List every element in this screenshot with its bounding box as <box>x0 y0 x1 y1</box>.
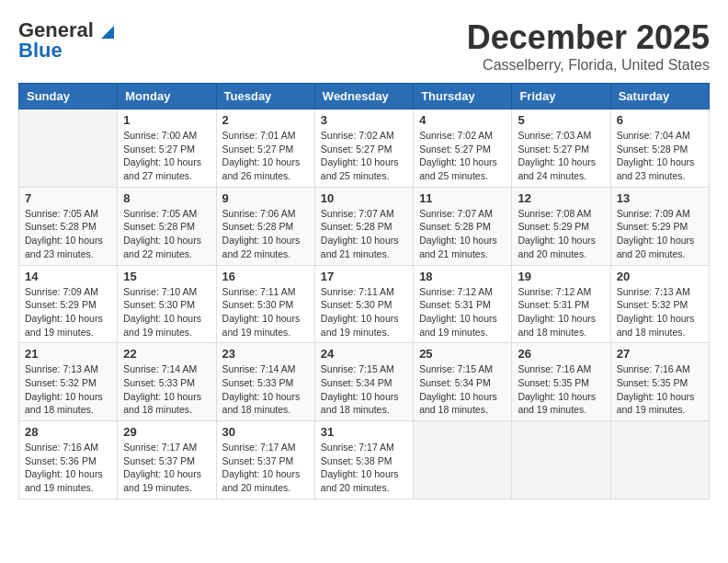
day-info: Sunrise: 7:16 AMSunset: 5:35 PMDaylight:… <box>518 362 604 417</box>
header-sunday: Sunday <box>19 84 118 109</box>
day-number: 23 <box>222 347 309 361</box>
calendar-cell: 17Sunrise: 7:11 AMSunset: 5:30 PMDayligh… <box>314 265 413 343</box>
calendar-cell <box>19 109 118 188</box>
calendar-cell: 19Sunrise: 7:12 AMSunset: 5:31 PMDayligh… <box>512 265 610 343</box>
day-info: Sunrise: 7:05 AMSunset: 5:28 PMDaylight:… <box>25 207 111 261</box>
day-info: Sunrise: 7:16 AMSunset: 5:35 PMDaylight:… <box>617 362 703 417</box>
day-number: 17 <box>321 270 407 283</box>
day-info: Sunrise: 7:04 AMSunset: 5:28 PMDaylight:… <box>617 129 703 183</box>
day-info: Sunrise: 7:07 AMSunset: 5:28 PMDaylight:… <box>321 207 407 261</box>
day-number: 9 <box>222 191 309 205</box>
calendar-cell: 10Sunrise: 7:07 AMSunset: 5:28 PMDayligh… <box>314 187 413 265</box>
calendar-cell: 3Sunrise: 7:02 AMSunset: 5:27 PMDaylight… <box>314 109 413 188</box>
day-info: Sunrise: 7:06 AMSunset: 5:28 PMDaylight:… <box>222 207 309 261</box>
calendar-cell: 1Sunrise: 7:00 AMSunset: 5:27 PMDaylight… <box>118 109 216 188</box>
day-info: Sunrise: 7:10 AMSunset: 5:30 PMDaylight:… <box>123 285 210 339</box>
calendar-cell: 9Sunrise: 7:06 AMSunset: 5:28 PMDaylight… <box>216 187 314 265</box>
svg-marker-0 <box>101 26 114 39</box>
day-info: Sunrise: 7:14 AMSunset: 5:33 PMDaylight:… <box>123 362 210 417</box>
day-info: Sunrise: 7:17 AMSunset: 5:38 PMDaylight:… <box>321 441 407 495</box>
logo-icon <box>97 20 118 40</box>
day-info: Sunrise: 7:09 AMSunset: 5:29 PMDaylight:… <box>617 207 703 261</box>
calendar-cell: 22Sunrise: 7:14 AMSunset: 5:33 PMDayligh… <box>118 343 216 421</box>
header-tuesday: Tuesday <box>216 84 314 109</box>
day-number: 3 <box>321 113 407 127</box>
day-info: Sunrise: 7:11 AMSunset: 5:30 PMDaylight:… <box>321 285 407 339</box>
day-info: Sunrise: 7:00 AMSunset: 5:27 PMDaylight:… <box>123 129 210 183</box>
day-info: Sunrise: 7:16 AMSunset: 5:36 PMDaylight:… <box>25 441 111 495</box>
day-number: 28 <box>25 425 111 439</box>
day-number: 13 <box>617 191 703 205</box>
day-number: 5 <box>518 113 604 127</box>
calendar-cell: 30Sunrise: 7:17 AMSunset: 5:37 PMDayligh… <box>216 421 314 500</box>
day-info: Sunrise: 7:15 AMSunset: 5:34 PMDaylight:… <box>419 362 506 417</box>
day-number: 21 <box>25 347 111 361</box>
day-number: 26 <box>518 347 604 361</box>
day-number: 4 <box>419 113 506 127</box>
calendar: SundayMondayTuesdayWednesdayThursdayFrid… <box>18 83 710 500</box>
calendar-cell <box>610 421 709 500</box>
week-row-5: 28Sunrise: 7:16 AMSunset: 5:36 PMDayligh… <box>19 421 710 500</box>
day-info: Sunrise: 7:17 AMSunset: 5:37 PMDaylight:… <box>123 441 210 495</box>
calendar-cell: 5Sunrise: 7:03 AMSunset: 5:27 PMDaylight… <box>512 109 610 188</box>
day-number: 24 <box>321 347 407 361</box>
day-info: Sunrise: 7:12 AMSunset: 5:31 PMDaylight:… <box>419 285 506 339</box>
day-info: Sunrise: 7:13 AMSunset: 5:32 PMDaylight:… <box>617 285 703 339</box>
header: General Blue December 2025 Casselberry, … <box>18 18 710 74</box>
day-info: Sunrise: 7:01 AMSunset: 5:27 PMDaylight:… <box>222 129 309 183</box>
day-number: 30 <box>222 425 309 439</box>
day-info: Sunrise: 7:15 AMSunset: 5:34 PMDaylight:… <box>321 362 407 417</box>
day-number: 19 <box>518 270 604 283</box>
calendar-cell: 26Sunrise: 7:16 AMSunset: 5:35 PMDayligh… <box>512 343 610 421</box>
weekday-header-row: SundayMondayTuesdayWednesdayThursdayFrid… <box>19 84 710 109</box>
calendar-cell: 29Sunrise: 7:17 AMSunset: 5:37 PMDayligh… <box>118 421 216 500</box>
calendar-cell: 24Sunrise: 7:15 AMSunset: 5:34 PMDayligh… <box>314 343 413 421</box>
day-number: 11 <box>419 191 506 205</box>
day-number: 25 <box>419 347 506 361</box>
calendar-cell: 18Sunrise: 7:12 AMSunset: 5:31 PMDayligh… <box>414 265 512 343</box>
day-info: Sunrise: 7:08 AMSunset: 5:29 PMDaylight:… <box>518 207 604 261</box>
day-number: 14 <box>25 270 111 283</box>
calendar-cell <box>512 421 610 500</box>
day-number: 1 <box>123 113 210 127</box>
day-info: Sunrise: 7:11 AMSunset: 5:30 PMDaylight:… <box>222 285 309 339</box>
calendar-cell: 23Sunrise: 7:14 AMSunset: 5:33 PMDayligh… <box>216 343 314 421</box>
calendar-cell: 27Sunrise: 7:16 AMSunset: 5:35 PMDayligh… <box>610 343 709 421</box>
day-info: Sunrise: 7:12 AMSunset: 5:31 PMDaylight:… <box>518 285 604 339</box>
day-info: Sunrise: 7:13 AMSunset: 5:32 PMDaylight:… <box>25 362 111 417</box>
calendar-cell: 28Sunrise: 7:16 AMSunset: 5:36 PMDayligh… <box>19 421 118 500</box>
calendar-cell: 21Sunrise: 7:13 AMSunset: 5:32 PMDayligh… <box>19 343 118 421</box>
day-number: 6 <box>617 113 703 127</box>
calendar-cell: 13Sunrise: 7:09 AMSunset: 5:29 PMDayligh… <box>610 187 709 265</box>
header-wednesday: Wednesday <box>314 84 413 109</box>
week-row-1: 1Sunrise: 7:00 AMSunset: 5:27 PMDaylight… <box>19 109 710 188</box>
day-number: 8 <box>123 191 210 205</box>
day-number: 16 <box>222 270 309 283</box>
calendar-cell: 15Sunrise: 7:10 AMSunset: 5:30 PMDayligh… <box>118 265 216 343</box>
calendar-cell: 7Sunrise: 7:05 AMSunset: 5:28 PMDaylight… <box>19 187 118 265</box>
day-number: 27 <box>617 347 703 361</box>
day-number: 15 <box>123 270 210 283</box>
calendar-cell: 8Sunrise: 7:05 AMSunset: 5:28 PMDaylight… <box>118 187 216 265</box>
calendar-cell: 12Sunrise: 7:08 AMSunset: 5:29 PMDayligh… <box>512 187 610 265</box>
header-thursday: Thursday <box>414 84 512 109</box>
week-row-3: 14Sunrise: 7:09 AMSunset: 5:29 PMDayligh… <box>19 265 710 343</box>
calendar-cell: 14Sunrise: 7:09 AMSunset: 5:29 PMDayligh… <box>19 265 118 343</box>
header-monday: Monday <box>118 84 216 109</box>
day-info: Sunrise: 7:07 AMSunset: 5:28 PMDaylight:… <box>419 207 506 261</box>
day-info: Sunrise: 7:14 AMSunset: 5:33 PMDaylight:… <box>222 362 309 417</box>
day-info: Sunrise: 7:17 AMSunset: 5:37 PMDaylight:… <box>222 441 309 495</box>
day-number: 12 <box>518 191 604 205</box>
day-info: Sunrise: 7:02 AMSunset: 5:27 PMDaylight:… <box>419 129 506 183</box>
day-number: 7 <box>25 191 111 205</box>
header-friday: Friday <box>512 84 610 109</box>
title-section: December 2025 Casselberry, Florida, Unit… <box>467 18 710 74</box>
day-info: Sunrise: 7:09 AMSunset: 5:29 PMDaylight:… <box>25 285 111 339</box>
location: Casselberry, Florida, United States <box>467 57 710 74</box>
day-number: 31 <box>321 425 407 439</box>
calendar-cell: 20Sunrise: 7:13 AMSunset: 5:32 PMDayligh… <box>610 265 709 343</box>
day-number: 18 <box>419 270 506 283</box>
day-number: 20 <box>617 270 703 283</box>
day-number: 22 <box>123 347 210 361</box>
week-row-2: 7Sunrise: 7:05 AMSunset: 5:28 PMDaylight… <box>19 187 710 265</box>
